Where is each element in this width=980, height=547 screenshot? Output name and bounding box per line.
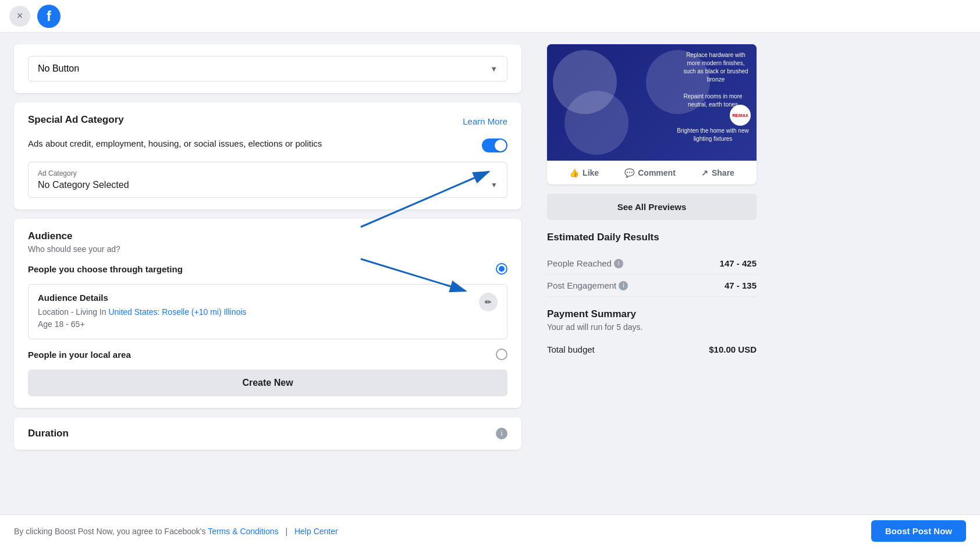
share-icon: ↗ (701, 168, 708, 177)
age-text: Age 18 - 65+ (38, 319, 85, 329)
post-engagement-value: 47 - 135 (725, 280, 757, 290)
targeting-option: People you choose through targeting (28, 263, 507, 275)
audience-title: Audience (28, 230, 507, 242)
no-button-card: No Button ▼ (14, 44, 521, 93)
location-link[interactable]: United States: Roselle (+10 mi) Illinois (108, 307, 246, 317)
comment-icon: 💬 (624, 168, 634, 177)
see-all-previews-button[interactable]: See All Previews (547, 194, 757, 220)
comment-button[interactable]: 💬 Comment (624, 168, 676, 177)
ad-category-value: No Category Selected (38, 180, 129, 190)
ad-text-3: Brighten the home with new lighting fixt… (675, 127, 751, 143)
no-button-dropdown[interactable]: No Button ▼ (28, 56, 507, 81)
ad-category-label: Ad Category (38, 169, 498, 177)
ad-category-value-row: No Category Selected ▼ (38, 180, 498, 190)
ad-category-dropdown[interactable]: Ad Category No Category Selected ▼ (28, 162, 507, 198)
ad-actions: 👍 Like 💬 Comment ↗ Share (547, 161, 757, 184)
chevron-down-icon: ▼ (491, 181, 498, 189)
bottom-bar: By clicking Boost Post Now, you agree to… (0, 514, 980, 547)
audience-details-text: Location - Living In United States: Rose… (38, 306, 479, 331)
total-budget-label: Total budget (547, 344, 595, 354)
right-panel: Replace hardware with more modern finish… (535, 33, 768, 514)
like-icon: 👍 (569, 168, 579, 177)
card-header: Special Ad Category Learn More (28, 114, 507, 128)
ad-image-bg: Replace hardware with more modern finish… (547, 44, 757, 161)
post-engagement-label: Post Engagement i (547, 280, 628, 290)
left-panel: No Button ▼ Special Ad Category Learn Mo… (0, 33, 535, 514)
no-button-value: No Button (38, 63, 79, 74)
estimated-results: Estimated Daily Results People Reached i… (547, 232, 757, 297)
create-new-button[interactable]: Create New (28, 370, 507, 396)
targeting-label: People you choose through targeting (28, 264, 183, 274)
duration-info-icon[interactable]: i (496, 428, 507, 439)
edit-icon: ✏ (485, 297, 492, 307)
info-icon-engagement[interactable]: i (619, 281, 628, 290)
duration-card: Duration i (14, 417, 521, 450)
special-ad-category-card: Special Ad Category Learn More Ads about… (14, 102, 521, 209)
footer-separator: | (285, 527, 287, 536)
total-budget-row: Total budget $10.00 USD (547, 339, 757, 360)
estimated-title: Estimated Daily Results (547, 232, 757, 243)
post-engagement-row: Post Engagement i 47 - 135 (547, 275, 757, 297)
ad-text-1: Replace hardware with more modern finish… (681, 51, 751, 84)
close-icon: × (17, 10, 23, 22)
like-button[interactable]: 👍 Like (569, 168, 599, 177)
people-reached-row: People Reached i 147 - 425 (547, 253, 757, 275)
share-button[interactable]: ↗ Share (701, 168, 734, 177)
ad-preview-card: Replace hardware with more modern finish… (547, 44, 757, 184)
special-ad-title: Special Ad Category (28, 114, 124, 126)
help-center-link[interactable]: Help Center (294, 527, 338, 536)
facebook-logo: f (37, 5, 61, 28)
location-text: Location - Living In (38, 307, 106, 317)
audience-details-content: Audience Details Location - Living In Un… (38, 293, 479, 331)
close-button[interactable]: × (9, 6, 30, 27)
info-icon-people[interactable]: i (614, 259, 623, 268)
payment-subtitle: Your ad will run for 5 days. (547, 322, 757, 332)
toggle-text: Ads about credit, employment, housing, o… (28, 137, 322, 150)
audience-details-box: Audience Details Location - Living In Un… (28, 284, 507, 339)
ad-circle-3 (564, 91, 629, 155)
toggle-row: Ads about credit, employment, housing, o… (28, 137, 507, 152)
chevron-down-icon: ▼ (490, 65, 498, 73)
audience-details-title: Audience Details (38, 293, 479, 303)
learn-more-link[interactable]: Learn More (463, 116, 507, 126)
ad-toggle[interactable] (482, 138, 507, 152)
audience-subtitle: Who should see your ad? (28, 244, 507, 254)
local-area-label: People in your local area (28, 350, 131, 360)
total-budget-value: $10.00 USD (709, 344, 757, 354)
boost-post-button[interactable]: Boost Post Now (871, 520, 966, 542)
ad-image: Replace hardware with more modern finish… (547, 44, 757, 161)
edit-audience-button[interactable]: ✏ (479, 293, 498, 311)
remax-logo: RE/MAX (730, 105, 751, 126)
footer-before-text: By clicking Boost Post Now, you agree to… (14, 527, 206, 536)
payment-summary: Payment Summary Your ad will run for 5 d… (547, 308, 757, 360)
targeting-radio[interactable] (496, 263, 507, 275)
people-reached-label: People Reached i (547, 258, 623, 268)
payment-title: Payment Summary (547, 308, 757, 320)
header-bar: × f (0, 0, 980, 33)
radio-inner (499, 266, 505, 272)
main-layout: No Button ▼ Special Ad Category Learn Mo… (0, 33, 980, 514)
local-area-option: People in your local area (28, 349, 507, 360)
terms-link[interactable]: Terms & Conditions (208, 527, 278, 536)
duration-title: Duration (28, 428, 69, 439)
people-reached-value: 147 - 425 (720, 258, 757, 268)
audience-card: Audience Who should see your ad? People … (14, 219, 521, 408)
local-area-radio[interactable] (496, 349, 507, 360)
footer-text: By clicking Boost Post Now, you agree to… (14, 527, 338, 536)
